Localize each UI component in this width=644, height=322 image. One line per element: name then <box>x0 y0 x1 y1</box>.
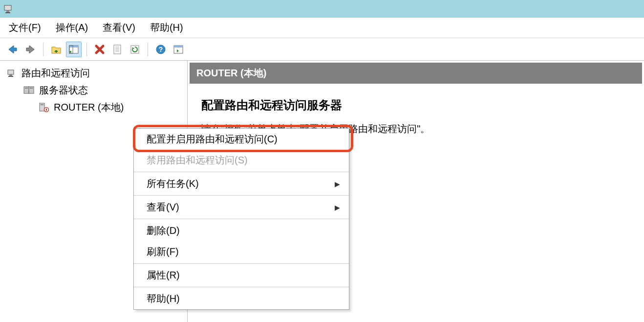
svg-rect-22 <box>30 88 33 89</box>
context-delete[interactable]: 删除(D) <box>134 220 349 241</box>
server-status-icon <box>23 85 35 96</box>
delete-button[interactable] <box>92 42 107 57</box>
context-disable: 禁用路由和远程访问(S) <box>134 150 349 171</box>
tree-server-status[interactable]: 服务器状态 <box>4 82 187 99</box>
menu-file[interactable]: 文件(F) <box>9 21 41 34</box>
svg-text:?: ? <box>159 46 163 53</box>
context-view-label: 查看(V) <box>147 201 179 214</box>
folder-up-icon <box>51 44 62 55</box>
submenu-arrow-icon: ▶ <box>335 180 340 188</box>
toolbar-separator <box>86 43 87 56</box>
app-icon <box>3 3 15 15</box>
context-separator <box>134 172 349 172</box>
content-header: ROUTER (本地) <box>190 63 642 84</box>
back-arrow-icon <box>7 44 19 55</box>
svg-rect-2 <box>5 12 10 13</box>
context-refresh[interactable]: 刷新(F) <box>134 241 349 262</box>
help-icon: ? <box>155 44 166 55</box>
context-properties-label: 属性(R) <box>147 269 180 282</box>
context-configure-enable[interactable]: 配置并启用路由和远程访问(C) <box>134 129 349 150</box>
properties-sheet-icon <box>112 44 123 55</box>
context-separator <box>134 219 349 219</box>
menu-view[interactable]: 查看(V) <box>103 21 135 34</box>
toolbar-separator <box>43 43 43 56</box>
toolbar-separator <box>148 43 148 56</box>
help-button[interactable]: ? <box>153 42 169 57</box>
context-all-tasks[interactable]: 所有任务(K) ▶ <box>134 173 349 194</box>
context-help[interactable]: 帮助(H) <box>134 288 349 309</box>
properties-button[interactable] <box>109 42 125 57</box>
svg-rect-6 <box>114 45 121 54</box>
refresh-icon <box>129 44 140 55</box>
show-pane-icon <box>173 44 184 55</box>
context-configure-label: 配置并启用路由和远程访问(C) <box>147 133 278 146</box>
forward-arrow-icon <box>24 44 36 55</box>
svg-rect-0 <box>4 5 11 10</box>
context-view[interactable]: 查看(V) ▶ <box>134 197 349 218</box>
submenu-arrow-icon: ▶ <box>335 204 340 211</box>
tree-root-rras[interactable]: 路由和远程访问 <box>4 65 187 82</box>
refresh-button[interactable] <box>127 42 143 57</box>
svg-rect-17 <box>9 74 12 76</box>
toolbar: ? <box>0 38 644 61</box>
details-pane-button[interactable] <box>66 42 82 57</box>
context-separator <box>134 263 349 264</box>
context-properties[interactable]: 属性(R) <box>134 265 349 286</box>
tree-router-local-label: ROUTER (本地) <box>54 101 124 114</box>
delete-x-icon <box>94 44 105 55</box>
svg-rect-4 <box>69 46 78 47</box>
context-separator <box>134 195 349 196</box>
svg-rect-15 <box>174 46 183 47</box>
menu-help[interactable]: 帮助(H) <box>150 21 183 34</box>
svg-rect-24 <box>41 104 43 105</box>
svg-rect-18 <box>8 76 13 77</box>
menu-action[interactable]: 操作(A) <box>56 21 88 34</box>
title-bar <box>0 0 644 18</box>
content-heading: 配置路由和远程访问服务器 <box>201 97 630 113</box>
context-refresh-label: 刷新(F) <box>147 245 179 258</box>
context-separator <box>134 287 349 287</box>
svg-rect-21 <box>25 88 28 89</box>
show-pane-button[interactable] <box>171 42 186 57</box>
back-button[interactable] <box>5 42 21 57</box>
router-local-icon <box>38 102 50 114</box>
folder-up-button[interactable] <box>48 42 64 57</box>
tree-root-label: 路由和远程访问 <box>21 67 90 80</box>
tree-router-local[interactable]: ROUTER (本地) <box>4 99 187 116</box>
details-pane-icon <box>68 44 79 55</box>
server-icon <box>6 68 18 79</box>
svg-rect-1 <box>6 10 9 12</box>
context-delete-label: 删除(D) <box>147 224 180 237</box>
context-help-label: 帮助(H) <box>147 292 180 305</box>
forward-button[interactable] <box>22 42 38 57</box>
context-disable-label: 禁用路由和远程访问(S) <box>147 154 248 167</box>
svg-rect-16 <box>8 70 14 74</box>
tree-server-status-label: 服务器状态 <box>39 84 88 97</box>
context-all-tasks-label: 所有任务(K) <box>147 177 199 190</box>
context-menu: 配置并启用路由和远程访问(C) 禁用路由和远程访问(S) 所有任务(K) ▶ 查… <box>133 128 349 310</box>
menu-bar: 文件(F) 操作(A) 查看(V) 帮助(H) <box>0 18 644 38</box>
